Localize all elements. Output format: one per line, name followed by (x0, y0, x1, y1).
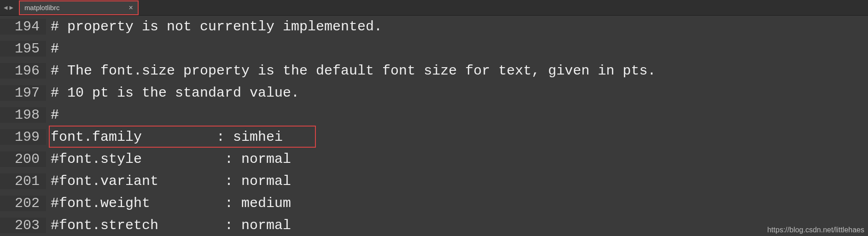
line-text[interactable]: #font.stretch : normal (46, 218, 291, 233)
line-number: 202 (0, 196, 46, 211)
code-line: 194 # property is not currently implemen… (0, 16, 868, 38)
tab-prev-icon[interactable]: ◀ (3, 4, 8, 12)
tab-bar: ◀ ▶ matplotlibrc × (0, 0, 868, 16)
code-line: 195 # (0, 38, 868, 60)
line-text[interactable]: # (46, 107, 59, 123)
tab-nav-arrows: ◀ ▶ (0, 4, 17, 12)
editor-area[interactable]: 194 # property is not currently implemen… (0, 16, 868, 236)
close-icon[interactable]: × (129, 4, 133, 12)
line-text[interactable]: # property is not currently implemented. (46, 19, 382, 35)
tab-next-icon[interactable]: ▶ (8, 4, 14, 12)
line-number: 198 (0, 107, 46, 123)
line-text[interactable]: # The font.size property is the default … (46, 63, 656, 79)
line-number: 201 (0, 173, 46, 189)
watermark-text: https://blog.csdn.net/littlehaes (767, 226, 864, 234)
line-number: 196 (0, 63, 46, 79)
line-text[interactable]: #font.variant : normal (46, 173, 291, 189)
line-number: 203 (0, 218, 46, 233)
line-text[interactable]: # (46, 41, 59, 57)
file-tab[interactable]: matplotlibrc × (19, 0, 139, 15)
code-line: 199 font.family : simhei (0, 126, 868, 148)
code-line: 198 # (0, 104, 868, 126)
line-number: 200 (0, 151, 46, 167)
line-number: 197 (0, 85, 46, 101)
line-text[interactable]: font.family : simhei (46, 129, 283, 145)
code-line: 203 #font.stretch : normal (0, 214, 868, 236)
line-text[interactable]: # 10 pt is the standard value. (46, 85, 299, 101)
line-number: 195 (0, 41, 46, 57)
line-text[interactable]: #font.weight : medium (46, 196, 291, 211)
code-line: 200 #font.style : normal (0, 148, 868, 170)
line-number: 194 (0, 19, 46, 35)
code-line: 197 # 10 pt is the standard value. (0, 82, 868, 104)
file-tab-title: matplotlibrc (24, 4, 60, 12)
code-line: 202 #font.weight : medium (0, 192, 868, 214)
line-text[interactable]: #font.style : normal (46, 151, 291, 167)
line-number: 199 (0, 129, 46, 145)
code-line: 201 #font.variant : normal (0, 170, 868, 192)
code-line: 196 # The font.size property is the defa… (0, 60, 868, 82)
